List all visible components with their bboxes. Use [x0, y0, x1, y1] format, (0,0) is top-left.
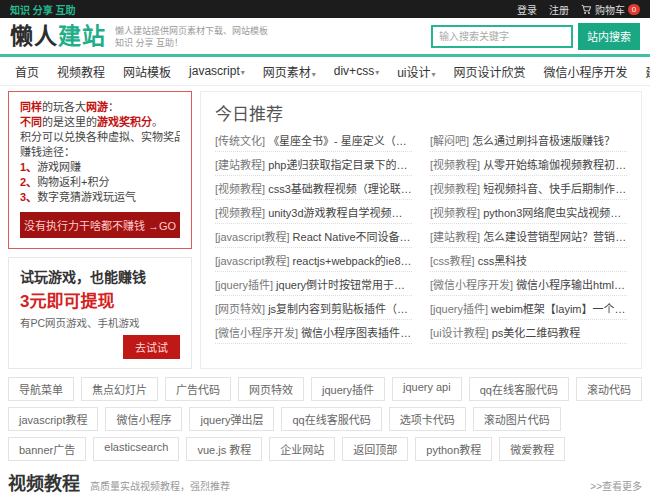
- promo-text: 的是这里的: [42, 116, 97, 128]
- recommend-item-title: 怎么建设营销型网站？营销型网站都具备什么样的特征？: [483, 231, 627, 243]
- tag-link[interactable]: 返回顶部: [342, 437, 408, 461]
- recommend-item[interactable]: [视频教程]短视频抖音、快手后期制作教程视频百度云盘: [430, 176, 627, 200]
- promo-list-item: 3、数字竞猜游戏玩运气: [20, 190, 180, 205]
- try-games-title: 试玩游戏，也能赚钱: [20, 266, 180, 286]
- site-header: 懒人建站 懒人建站提供网页素材下载、网站模板 知识 分享 互助！ 站内搜索: [0, 18, 650, 54]
- tag-link[interactable]: 滚动图片代码: [473, 407, 561, 431]
- chevron-down-icon: ▾: [312, 70, 316, 79]
- tag-link[interactable]: jquery插件: [311, 377, 385, 401]
- tag-link[interactable]: 网页特效: [238, 377, 304, 401]
- recommend-item[interactable]: [视频教程]css3基础教程视频（理论联系实战）css3入门推荐百度...: [215, 176, 412, 200]
- nav-item-label: 微信小程序开发: [544, 66, 628, 80]
- promo-list-item: 2、购物返利+积分: [20, 175, 180, 190]
- recommend-item-category: [jquery插件]: [215, 279, 273, 291]
- cart-icon: [581, 4, 592, 15]
- recommend-item[interactable]: [视频教程]从零开始练瑜伽视频教程初级全套百度云下载: [430, 152, 627, 176]
- go-earn-button[interactable]: 没有执行力干啥都不赚钱 →GO: [20, 212, 180, 238]
- recommend-item[interactable]: [javascript教程]React Native不同设备分辨率适配和设计稿尺…: [215, 224, 412, 248]
- recommend-item[interactable]: [ui设计教程]ps美化二维码教程: [430, 320, 627, 344]
- cart-count-badge: 0: [628, 4, 640, 15]
- promo-list-number: 3、: [20, 191, 37, 203]
- nav-item-label: 建站教程: [646, 66, 650, 80]
- site-tagline: 懒人建站提供网页素材下载、网站模板 知识 分享 互助！: [115, 23, 268, 49]
- video-section-header: 视频教程 高质量实战视频教程，强烈推荐 >>查看更多: [8, 469, 642, 495]
- nav-item[interactable]: 视频教程: [48, 63, 114, 80]
- recommend-item-category: [微信小程序开发]: [430, 279, 513, 291]
- nav-item-label: javascript: [189, 64, 240, 78]
- nav-item[interactable]: 网页设计欣赏: [445, 63, 535, 80]
- tag-link[interactable]: 选项卡代码: [389, 407, 466, 431]
- chevron-down-icon: ▾: [375, 68, 379, 77]
- try-it-button[interactable]: 去试试: [123, 335, 180, 359]
- tag-link[interactable]: jquery api: [392, 377, 462, 401]
- recommend-item-title: 从零开始练瑜伽视频教程初级全套百度云下载: [483, 159, 627, 171]
- recommend-item[interactable]: [建站教程]怎么建设营销型网站？营销型网站都具备什么样的特征？: [430, 224, 627, 248]
- nav-item[interactable]: javascript▾: [180, 64, 254, 78]
- site-slogan: 知识 分享 互助: [10, 2, 76, 17]
- login-link[interactable]: 登录: [517, 2, 537, 17]
- tag-link[interactable]: python教程: [415, 437, 492, 461]
- promo-line: 赚钱途径：: [20, 145, 180, 160]
- see-more-link[interactable]: >>查看更多: [590, 478, 642, 493]
- promo-emphasis: 不同: [20, 116, 42, 128]
- tag-link[interactable]: 微爱教程: [499, 437, 565, 461]
- promo-list-text: 数字竞猜游戏玩运气: [37, 191, 136, 203]
- tag-link[interactable]: 微信小程序: [105, 407, 182, 431]
- nav-item[interactable]: 建站教程: [637, 63, 650, 80]
- recommend-item-title: React Native不同设备分辨率适配和设计稿尺寸单...: [293, 231, 412, 243]
- tag-link[interactable]: 滚动代码: [576, 377, 642, 401]
- tag-link[interactable]: javascript教程: [8, 407, 98, 431]
- recommend-item-title: ps美化二维码教程: [492, 327, 581, 339]
- nav-item[interactable]: div+css▾: [325, 64, 388, 78]
- recommend-item[interactable]: [视频教程]unity3d游戏教程自学视频炉石传说游戏开发实战: [215, 200, 412, 224]
- recommend-item-category: [网页特效]: [215, 303, 265, 315]
- recommend-item[interactable]: [网页特效]js复制内容到剪贴板插件（clipboard.js）: [215, 296, 412, 320]
- nav-item-label: 视频教程: [57, 66, 105, 80]
- recommend-item-category: [视频教程]: [430, 207, 480, 219]
- tag-link[interactable]: 广告代码: [165, 377, 231, 401]
- recommend-item-title: 微信小程序输出html内容数据插件wxParse: [516, 279, 627, 291]
- recommend-item[interactable]: [微信小程序开发]微信小程序图表插件（wx-charts）: [215, 320, 412, 344]
- logo-text-dark: 懒人: [10, 23, 58, 49]
- nav-item-label: 网站模板: [123, 66, 171, 80]
- tag-link[interactable]: qq在线客服代码: [281, 407, 381, 431]
- nav-item[interactable]: 首页: [6, 63, 48, 80]
- search-button[interactable]: 站内搜索: [578, 23, 640, 50]
- tag-link[interactable]: 焦点幻灯片: [81, 377, 158, 401]
- search-input[interactable]: [431, 25, 573, 48]
- recommend-item-category: [微信小程序开发]: [215, 327, 298, 339]
- cart-link[interactable]: 购物车 0: [581, 2, 640, 17]
- nav-item[interactable]: ui设计▾: [388, 63, 444, 80]
- recommend-item[interactable]: [建站教程]php递归获取指定目录下的指定类型文件: [215, 152, 412, 176]
- tag-link[interactable]: jquery弹出层: [189, 407, 274, 431]
- tag-link[interactable]: vue.js 教程: [186, 437, 262, 461]
- recommend-item[interactable]: [javascript教程]reactjs+webpack的ie8兼容问题解决方…: [215, 248, 412, 272]
- tag-link[interactable]: 企业网站: [269, 437, 335, 461]
- nav-item[interactable]: 网页素材▾: [254, 63, 325, 80]
- register-link[interactable]: 注册: [549, 2, 569, 17]
- site-search: 站内搜索: [431, 23, 640, 50]
- recommend-item-title: webim框架【layim】一个纯前端webim插件: [491, 303, 627, 315]
- nav-item[interactable]: 网站模板: [114, 63, 180, 80]
- promo-emphasis: 网游: [86, 101, 108, 113]
- promo-list-text: 游戏网赚: [37, 161, 81, 173]
- tag-link[interactable]: elasticsearch: [93, 437, 179, 461]
- tag-link[interactable]: 导航菜单: [8, 377, 74, 401]
- recommend-item-title: unity3d游戏教程自学视频炉石传说游戏开发实战: [268, 207, 412, 219]
- nav-item[interactable]: 微信小程序开发: [535, 63, 637, 80]
- recommend-item[interactable]: [传统文化]《星座全书》- 星座定义（第二章第5节）.: [215, 128, 412, 152]
- recommend-item[interactable]: [jquery插件]webim框架【layim】一个纯前端webim插件: [430, 296, 627, 320]
- recommend-title: 今日推荐: [215, 100, 627, 125]
- recommend-item[interactable]: [微信小程序开发]微信小程序输出html内容数据插件wxParse: [430, 272, 627, 296]
- site-logo[interactable]: 懒人建站: [10, 25, 106, 48]
- recommend-item[interactable]: [css教程]css黑科技: [430, 248, 627, 272]
- tag-link[interactable]: qq在线客服代码: [469, 377, 569, 401]
- tag-link[interactable]: banner广告: [8, 437, 86, 461]
- recommend-item-category: [css教程]: [430, 255, 475, 267]
- recommend-item[interactable]: [解闷吧]怎么通过刷抖音极速版赚钱？: [430, 128, 627, 152]
- topbar-account-links: 登录 注册 购物车 0: [517, 2, 640, 17]
- recommend-item-category: [解闷吧]: [430, 135, 469, 147]
- recommend-item[interactable]: [jquery插件]jquery倒计时按钮常用于验证码倒计时按钮: [215, 272, 412, 296]
- promo-text: 。: [152, 116, 163, 128]
- recommend-item[interactable]: [视频教程]python3网络爬虫实战视频教程下载【百度网盘】: [430, 200, 627, 224]
